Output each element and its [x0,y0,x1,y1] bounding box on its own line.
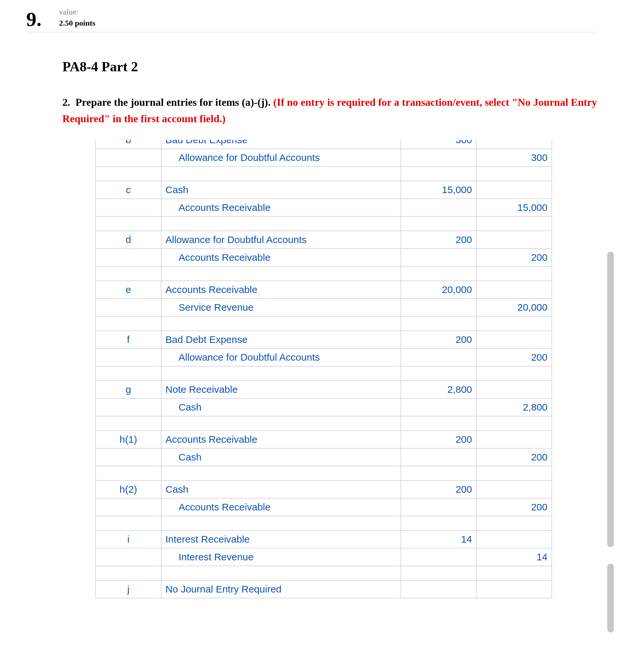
entry-code-cell[interactable] [96,149,161,166]
credit-cell[interactable]: 2,800 [476,398,552,416]
entry-code-cell[interactable] [96,498,161,516]
account-title-cell[interactable]: No Journal Entry Required [161,580,401,598]
debit-cell[interactable] [401,149,476,166]
credit-cell[interactable]: 200 [476,448,552,466]
debit-cell[interactable] [401,199,476,217]
account-title-cell[interactable]: Bad Debt Expense [161,140,401,149]
credit-cell[interactable]: 14 [476,548,552,566]
account-title-cell[interactable]: Cash [161,448,401,466]
credit-cell[interactable]: 300 [476,149,552,166]
debit-cell[interactable]: 200 [401,481,476,498]
entry-code-cell[interactable] [96,398,161,416]
debit-cell[interactable]: 200 [401,331,476,349]
prompt-text: 2. Prepare the journal entries for items… [62,94,611,127]
entry-code-cell[interactable] [96,298,161,316]
credit-cell[interactable] [476,381,552,398]
table-row: Allowance for Doubtful Accounts300 [96,149,552,166]
account-title-cell[interactable]: Accounts Receivable [161,498,401,516]
entry-code-cell[interactable] [96,249,161,266]
debit-cell[interactable]: 15,000 [401,181,476,199]
account-title-cell[interactable]: Interest Receivable [161,531,401,548]
credit-cell[interactable] [476,231,552,249]
scrollbar-thumb[interactable] [607,564,614,633]
entry-code-cell[interactable]: h(2) [96,481,161,498]
account-title-cell[interactable]: Allowance for Doubtful Accounts [161,349,401,366]
credit-cell[interactable]: 15,000 [476,199,552,217]
account-title-cell[interactable]: Allowance for Doubtful Accounts [161,149,401,166]
credit-cell[interactable]: 200 [476,498,552,516]
debit-cell[interactable]: 300 [401,140,476,149]
credit-cell[interactable] [476,331,552,349]
debit-cell[interactable]: 2,800 [401,381,476,398]
credit-cell[interactable]: 200 [476,349,552,366]
debit-cell[interactable] [401,349,476,366]
credit-cell[interactable] [476,181,552,199]
debit-cell[interactable] [401,498,476,516]
account-title-cell[interactable]: Accounts Receivable [161,199,401,217]
account-title-cell[interactable]: Cash [161,181,401,199]
account-title-text: Allowance for Doubtful Accounts [165,234,307,245]
entry-code-cell[interactable]: c [96,181,161,199]
entry-code-cell[interactable]: h(1) [96,430,161,448]
table-spacer-row [96,466,552,481]
debit-cell[interactable] [401,398,476,416]
entry-code-cell[interactable]: e [96,281,161,298]
account-title-text: Accounts Receivable [165,284,257,295]
table-cell-empty [96,566,161,580]
entry-code-cell[interactable]: d [96,231,161,249]
account-title-cell[interactable]: Bad Debt Expense [161,331,401,349]
journal-viewport: bBad Debt Expense300Allowance for Doubtf… [95,140,614,639]
debit-cell[interactable] [401,448,476,466]
debit-cell[interactable] [401,249,476,266]
table-row: Accounts Receivable200 [96,249,552,266]
debit-cell[interactable]: 200 [401,231,476,249]
debit-cell[interactable]: 20,000 [401,281,476,298]
scrollbar-track[interactable] [604,140,614,639]
credit-cell[interactable] [476,281,552,298]
account-title-cell[interactable]: Cash [161,398,401,416]
entry-code-cell[interactable]: g [96,381,161,398]
table-cell-empty [476,366,552,381]
entry-code-cell[interactable]: i [96,531,161,548]
debit-cell[interactable] [401,548,476,566]
credit-cell[interactable] [476,481,552,498]
account-title-cell[interactable]: Note Receivable [161,381,401,398]
table-cell-empty [161,416,401,430]
credit-cell[interactable]: 20,000 [476,298,552,316]
entry-code-cell[interactable] [96,199,161,217]
account-title-text: Accounts Receivable [165,252,271,263]
debit-cell[interactable] [401,298,476,316]
table-cell-empty [476,316,552,331]
table-cell-empty [96,466,161,481]
account-title-cell[interactable]: Accounts Receivable [161,249,401,266]
entry-code-cell[interactable] [96,548,161,566]
credit-cell[interactable] [476,430,552,448]
scrollbar-thumb[interactable] [607,252,614,547]
entry-code-cell[interactable]: f [96,331,161,349]
account-title-cell[interactable]: Service Revenue [161,298,401,316]
account-title-text: Note Receivable [165,384,238,395]
account-title-cell[interactable]: Accounts Receivable [161,430,401,448]
prompt-number: 2. [62,96,70,108]
debit-cell[interactable]: 14 [401,531,476,548]
credit-cell[interactable] [476,140,552,149]
table-spacer-row [96,266,552,281]
entry-code-cell[interactable]: j [96,580,161,598]
account-title-text: Interest Revenue [165,551,253,562]
account-title-cell[interactable]: Accounts Receivable [161,281,401,298]
account-title-cell[interactable]: Interest Revenue [161,548,401,566]
credit-cell[interactable] [476,580,552,598]
table-cell-empty [476,566,552,580]
debit-cell[interactable]: 200 [401,430,476,448]
entry-code-cell[interactable]: b [96,140,161,149]
debit-cell[interactable] [401,580,476,598]
account-title-cell[interactable]: Cash [161,481,401,498]
table-cell-empty [401,566,476,580]
account-title-cell[interactable]: Allowance for Doubtful Accounts [161,231,401,249]
credit-cell[interactable]: 200 [476,249,552,266]
entry-code-cell[interactable] [96,448,161,466]
credit-cell[interactable] [476,531,552,548]
entry-code-cell[interactable] [96,349,161,366]
table-row: Accounts Receivable15,000 [96,199,552,217]
table-row: Allowance for Doubtful Accounts200 [96,349,552,366]
